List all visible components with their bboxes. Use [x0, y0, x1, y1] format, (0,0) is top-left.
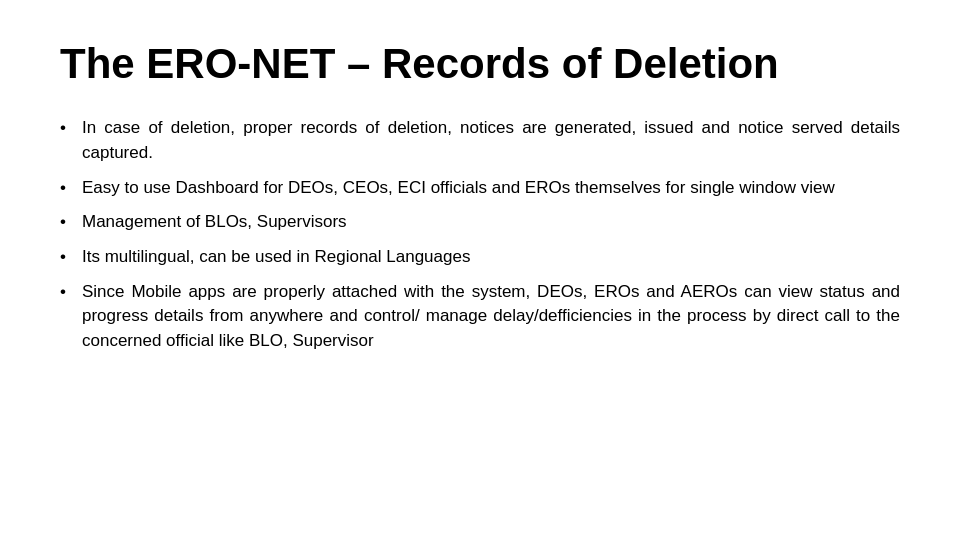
bullet-text-3: Management of BLOs, Supervisors	[82, 210, 900, 235]
bullet-item-3: • Management of BLOs, Supervisors	[60, 210, 900, 235]
bullet-dot: •	[60, 245, 82, 270]
bullet-item-4: • Its multilingual, can be used in Regio…	[60, 245, 900, 270]
bullet-text-1: In case of deletion, proper records of d…	[82, 116, 900, 165]
bullet-dot: •	[60, 210, 82, 235]
bullet-item-2: • Easy to use Dashboard for DEOs, CEOs, …	[60, 176, 900, 201]
bullet-dot: •	[60, 116, 82, 141]
bullet-list: • In case of deletion, proper records of…	[60, 116, 900, 353]
bullet-item-5: • Since Mobile apps are properly attache…	[60, 280, 900, 354]
bullet-dot: •	[60, 176, 82, 201]
bullet-text-2: Easy to use Dashboard for DEOs, CEOs, EC…	[82, 176, 900, 201]
bullet-dot: •	[60, 280, 82, 305]
bullet-text-4: Its multilingual, can be used in Regiona…	[82, 245, 900, 270]
slide: The ERO-NET – Records of Deletion • In c…	[0, 0, 960, 540]
bullet-item-1: • In case of deletion, proper records of…	[60, 116, 900, 165]
bullet-text-5: Since Mobile apps are properly attached …	[82, 280, 900, 354]
slide-title: The ERO-NET – Records of Deletion	[60, 40, 900, 88]
